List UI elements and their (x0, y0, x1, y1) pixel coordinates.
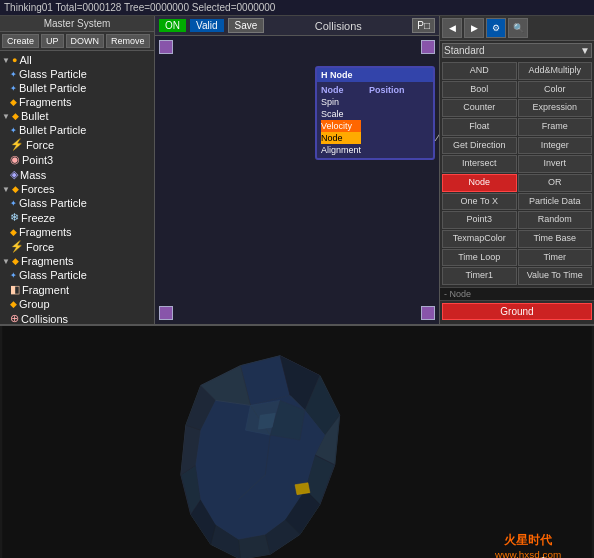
node-grid: AND Add&Multiply Bool Color Counter Expr… (440, 60, 594, 287)
tree-item-fragment[interactable]: ◧ Fragment (2, 282, 152, 297)
node-grid-integer[interactable]: Integer (518, 137, 593, 155)
svg-line-0 (435, 126, 439, 141)
group-icon: ◆ (10, 97, 17, 107)
tree-item-group[interactable]: ◆ Group (2, 297, 152, 311)
tree-arrow: ▼ (2, 185, 10, 194)
node-grid-bool[interactable]: Bool (442, 81, 517, 99)
corner-bl (159, 306, 173, 320)
node-grid-particledata[interactable]: Particle Data (518, 193, 593, 211)
tree-item-glass-particle[interactable]: ✦ Glass Particle (2, 67, 152, 81)
tree-area: ▼ ● All ✦ Glass Particle ✦ Bullet Partic… (0, 51, 154, 324)
node-row-highlight: Node (321, 132, 361, 144)
icon-btn-settings[interactable]: ⚙ (486, 18, 506, 38)
node-grid-onetox[interactable]: One To X (442, 193, 517, 211)
node-grid-timebase[interactable]: Time Base (518, 230, 593, 248)
node-grid-or[interactable]: OR (518, 174, 593, 192)
tree-item-glass-particle-3[interactable]: ✦ Glass Particle (2, 268, 152, 282)
group-icon: ◆ (10, 299, 17, 309)
h-node[interactable]: H Node Node Spin Scale Velocity Node Ali… (315, 66, 435, 160)
tree-label: Bullet Particle (19, 82, 86, 94)
tree-item-force-2[interactable]: ⚡ Force (2, 239, 152, 254)
node-grid-intersect[interactable]: Intersect (442, 155, 517, 173)
node-grid-and[interactable]: AND (442, 62, 517, 80)
tree-label: Group (19, 298, 50, 310)
group-icon: ◆ (12, 184, 19, 194)
tree-item-bullet[interactable]: ▼ ◆ Bullet (2, 109, 152, 123)
node-grid-counter[interactable]: Counter (442, 99, 517, 117)
corner-tr (421, 40, 435, 54)
h-node-col2: Position (365, 82, 409, 158)
particle-icon: ✦ (10, 271, 17, 280)
tree-item-fragments-root[interactable]: ▼ ◆ Fragments (2, 254, 152, 268)
node-grid-invert[interactable]: Invert (518, 155, 593, 173)
icon-btn-forward[interactable]: ▶ (464, 18, 484, 38)
particle-icon: ✦ (10, 199, 17, 208)
svg-text:火星时代: 火星时代 (503, 533, 553, 547)
corner-br (421, 306, 435, 320)
btn-save[interactable]: Save (228, 18, 265, 33)
node-grid-timeloop[interactable]: Time Loop (442, 249, 517, 267)
btn-pin[interactable]: P□ (412, 18, 435, 33)
node-grid-expression[interactable]: Expression (518, 99, 593, 117)
node-sub-ground[interactable]: Ground (442, 303, 592, 320)
tree-label: Bullet (21, 110, 49, 122)
node-grid-float[interactable]: Float (442, 118, 517, 136)
h-node-content: Node Spin Scale Velocity Node Alignment … (317, 82, 433, 158)
particle-icon: ✦ (10, 126, 17, 135)
tree-item-collisions[interactable]: ⊕ Collisions (2, 311, 152, 324)
tree-label: Collisions (21, 313, 68, 325)
section-label: - Node (440, 287, 594, 301)
icon-btn-search[interactable]: 🔍 (508, 18, 528, 38)
node-grid-random[interactable]: Random (518, 211, 593, 229)
up-button[interactable]: UP (41, 34, 64, 48)
right-dropdown[interactable]: Standard ▼ (442, 43, 592, 58)
tree-label: Fragments (19, 226, 72, 238)
down-button[interactable]: DOWN (66, 34, 105, 48)
left-panel: Master System Create UP DOWN Remove ▼ ● … (0, 16, 155, 324)
node-grid-timer1[interactable]: Timer1 (442, 267, 517, 285)
chevron-down-icon: ▼ (580, 45, 590, 56)
tree-item-all[interactable]: ▼ ● All (2, 53, 152, 67)
bottom-viewport[interactable]: 火星时代 www.hxsd.com yesky .com 天极网 (0, 324, 594, 558)
tree-item-bullet-particle[interactable]: ✦ Bullet Particle (2, 81, 152, 95)
node-grid-color[interactable]: Color (518, 81, 593, 99)
group-icon: ◆ (10, 227, 17, 237)
tree-label: All (19, 54, 31, 66)
force-icon: ⚡ (10, 240, 24, 253)
tree-arrow: ▼ (2, 257, 10, 266)
tree-item-mass[interactable]: ◈ Mass (2, 167, 152, 182)
node-grid-point3[interactable]: Point3 (442, 211, 517, 229)
create-button[interactable]: Create (2, 34, 39, 48)
tree-item-point3[interactable]: ◉ Point3 (2, 152, 152, 167)
mass-icon: ◈ (10, 168, 18, 181)
viewport-svg: 火星时代 www.hxsd.com yesky .com 天极网 (0, 326, 594, 558)
tree-item-freeze[interactable]: ❄ Freeze (2, 210, 152, 225)
node-grid-node[interactable]: Node (442, 174, 517, 192)
node-grid-timer[interactable]: Timer (518, 249, 593, 267)
tree-item-forces[interactable]: ▼ ◆ Forces (2, 182, 152, 196)
corner-tl (159, 40, 173, 54)
top-bar: Thinking01 Total=0000128 Tree=0000000 Se… (0, 0, 594, 16)
tree-item-fragments-1[interactable]: ◆ Fragments (2, 95, 152, 109)
group-icon: ◆ (12, 256, 19, 266)
node-grid-valuetotime[interactable]: Value To Time (518, 267, 593, 285)
btn-valid[interactable]: Valid (190, 19, 224, 32)
tree-item-glass-particle-2[interactable]: ✦ Glass Particle (2, 196, 152, 210)
tree-item-fragments-2[interactable]: ◆ Fragments (2, 225, 152, 239)
h-node-title: H Node (317, 68, 433, 82)
tree-item-bullet-particle-2[interactable]: ✦ Bullet Particle (2, 123, 152, 137)
svg-marker-25 (295, 483, 310, 495)
node-grid-texmapcolor[interactable]: TexmapColor (442, 230, 517, 248)
icon-btn-back[interactable]: ◀ (442, 18, 462, 38)
force-icon: ⚡ (10, 138, 24, 151)
group-icon: ● (12, 55, 17, 65)
remove-button[interactable]: Remove (106, 34, 150, 48)
btn-on[interactable]: ON (159, 19, 186, 32)
canvas-area[interactable]: H Node Node Spin Scale Velocity Node Ali… (155, 36, 439, 324)
node-grid-frame[interactable]: Frame (518, 118, 593, 136)
tree-label: Bullet Particle (19, 124, 86, 136)
tree-label: Mass (20, 169, 46, 181)
node-grid-addmultiply[interactable]: Add&Multiply (518, 62, 593, 80)
tree-item-force-1[interactable]: ⚡ Force (2, 137, 152, 152)
node-grid-getdirection[interactable]: Get Direction (442, 137, 517, 155)
